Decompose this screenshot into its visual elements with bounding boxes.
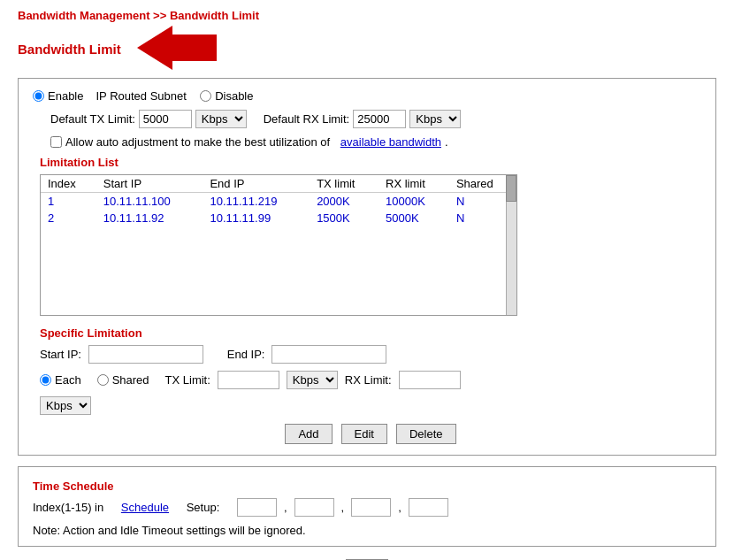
table-row[interactable]: 210.11.11.9210.11.11.991500K5000KN	[41, 210, 516, 226]
cell-start_ip: 10.11.11.92	[96, 210, 203, 226]
enable-disable-row: Enable IP Routed Subnet Disable	[33, 89, 701, 103]
time-schedule-box: Time Schedule Index(1-15) in Schedule Se…	[18, 466, 716, 547]
tx-unit-select[interactable]: Kbps Mbps	[195, 110, 247, 128]
cell-start_ip: 10.11.11.100	[96, 193, 203, 211]
limitation-table: Index Start IP End IP TX limit RX limit …	[41, 175, 516, 226]
time-schedule-title: Time Schedule	[33, 479, 701, 493]
edit-button[interactable]: Edit	[341, 424, 387, 444]
bandwidth-limit-box: Enable IP Routed Subnet Disable Default …	[18, 78, 716, 456]
cell-rx_limit: 10000K	[378, 193, 449, 211]
index-label: Index(1-15) in	[33, 501, 103, 514]
tx-limit-specific-label: TX Limit:	[165, 373, 210, 387]
section-title: Bandwidth Limit	[18, 26, 716, 73]
tx-limit-unit-select[interactable]: Kbps Mbps	[287, 371, 338, 389]
start-ip-label: Start IP:	[40, 348, 81, 361]
cell-tx_limit: 1500K	[310, 210, 378, 226]
cell-index: 1	[41, 193, 96, 211]
scrollbar-track[interactable]	[506, 175, 516, 315]
rx-unit-select[interactable]: Kbps Mbps	[409, 110, 461, 128]
schedule-input-1[interactable]	[237, 498, 277, 517]
auto-adjust-checkbox[interactable]	[50, 136, 62, 148]
available-bandwidth-link[interactable]: available bandwidth	[340, 135, 441, 149]
rx-limit-specific-label: RX Limit:	[345, 373, 392, 387]
cell-end_ip: 10.11.11.99	[203, 210, 310, 226]
tx-limit-input[interactable]	[139, 110, 192, 128]
schedule-input-3[interactable]	[351, 498, 391, 517]
specific-limitation-section: Specific Limitation Start IP: End IP: Ea…	[40, 326, 701, 444]
tx-limit-specific-input[interactable]	[218, 371, 279, 389]
schedule-row: Index(1-15) in Schedule Setup: , , ,	[33, 498, 701, 517]
scrollbar-thumb[interactable]	[506, 175, 516, 202]
red-arrow-icon	[137, 26, 217, 73]
breadcrumb: Bandwidth Management >> Bandwidth Limit	[18, 9, 716, 22]
table-header-row: Index Start IP End IP TX limit RX limit …	[41, 175, 516, 193]
enable-radio[interactable]	[33, 90, 44, 102]
setup-label: Setup:	[187, 501, 220, 514]
specific-limitation-title: Specific Limitation	[40, 326, 701, 340]
cell-end_ip: 10.11.11.219	[203, 193, 310, 211]
cell-rx_limit: 5000K	[378, 210, 449, 226]
rx-limit-input[interactable]	[353, 110, 406, 128]
start-ip-input[interactable]	[88, 345, 203, 364]
rx-limit-specific-input[interactable]	[399, 371, 461, 389]
end-ip-label: End IP:	[227, 348, 265, 361]
disable-radio-label[interactable]: Disable	[200, 89, 253, 103]
shared-radio[interactable]	[97, 374, 109, 386]
delete-button[interactable]: Delete	[396, 424, 456, 444]
schedule-link[interactable]: Schedule	[121, 501, 169, 514]
cell-tx_limit: 2000K	[310, 193, 378, 211]
rx-unit-row: Kbps Mbps	[40, 396, 701, 415]
col-index: Index	[41, 175, 96, 193]
enable-radio-label[interactable]: Enable	[33, 89, 83, 103]
svg-marker-0	[137, 26, 217, 70]
col-end-ip: End IP	[203, 175, 310, 193]
rx-unit-specific-select[interactable]: Kbps Mbps	[40, 396, 91, 415]
auto-adjust-row: Allow auto adjustment to make the best u…	[50, 135, 701, 149]
schedule-note: Note: Action and Idle Timeout settings w…	[33, 524, 701, 537]
tx-limit-label: Default TX Limit:	[50, 112, 135, 126]
each-radio-label[interactable]: Each	[40, 373, 81, 387]
col-start-ip: Start IP	[96, 175, 203, 193]
each-shared-tx-row: Each Shared TX Limit: Kbps Mbps RX Limit…	[40, 371, 701, 389]
shared-radio-label[interactable]: Shared	[97, 373, 149, 387]
each-radio[interactable]	[40, 374, 51, 386]
schedule-input-2[interactable]	[294, 498, 334, 517]
schedule-input-4[interactable]	[409, 498, 448, 517]
col-rx-limit: RX limit	[378, 175, 449, 193]
ip-routed-subnet-text: IP Routed Subnet	[96, 89, 186, 103]
limitation-list-title: Limitation List	[40, 156, 701, 169]
cell-index: 2	[41, 210, 96, 226]
auto-adjust-label: Allow auto adjustment to make the best u…	[65, 135, 330, 149]
rx-limit-label: Default RX Limit:	[264, 112, 350, 126]
tx-rx-row: Default TX Limit: Kbps Mbps Default RX L…	[50, 110, 701, 128]
add-button[interactable]: Add	[285, 424, 332, 444]
limitation-table-wrapper[interactable]: Index Start IP End IP TX limit RX limit …	[40, 174, 517, 316]
limitation-list-section: Limitation List Index Start IP End IP TX…	[40, 156, 701, 316]
table-row[interactable]: 110.11.11.10010.11.11.2192000K10000KN	[41, 193, 516, 211]
disable-radio[interactable]	[200, 90, 211, 102]
start-end-ip-row: Start IP: End IP:	[40, 345, 701, 364]
action-buttons-row: Add Edit Delete	[40, 424, 701, 444]
end-ip-input[interactable]	[271, 345, 386, 364]
col-tx-limit: TX limit	[310, 175, 378, 193]
